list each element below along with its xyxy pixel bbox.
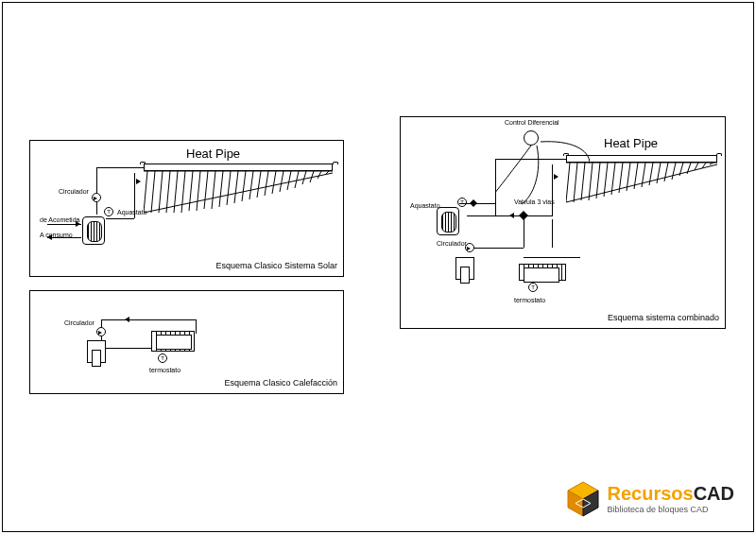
boiler-burner-icon	[92, 350, 101, 367]
radiator-icon	[519, 264, 566, 281]
label-de-acometida: de Acometida	[40, 216, 79, 223]
label-termostato: termostato	[149, 367, 180, 373]
svg-line-13	[234, 171, 238, 203]
pipe	[552, 164, 553, 216]
tank-icon	[437, 207, 459, 235]
pipe	[106, 218, 134, 219]
heatpipe-title: Heat Pipe	[186, 146, 240, 161]
boiler-burner-icon	[460, 267, 470, 284]
pipe	[524, 219, 524, 248]
drawing-frame: Heat Pipe T	[2, 2, 754, 532]
pipe	[552, 219, 553, 248]
svg-line-39	[649, 163, 653, 185]
svg-line-8	[197, 171, 200, 211]
logo-cube-icon	[564, 480, 602, 518]
pump-icon	[92, 193, 101, 202]
svg-line-29	[574, 163, 577, 202]
svg-line-12	[227, 171, 231, 205]
pump-icon	[96, 327, 106, 336]
svg-line-22	[302, 171, 306, 184]
collector-outlet-cap	[333, 162, 338, 164]
label-control-diferencial: Control Diferencial	[505, 119, 559, 126]
svg-line-28	[566, 163, 570, 202]
svg-line-3	[159, 171, 163, 213]
svg-line-16	[257, 171, 261, 198]
collector	[144, 164, 333, 211]
pipe	[469, 248, 524, 249]
svg-line-40	[657, 163, 661, 183]
svg-line-42	[672, 163, 676, 180]
panel-title: Esquema Clasico Calefacción	[224, 378, 337, 388]
logo-text: RecursosCAD	[608, 484, 735, 503]
pipe	[196, 319, 197, 334]
svg-line-2	[151, 171, 155, 213]
svg-line-14	[242, 171, 246, 201]
radiator-icon	[151, 331, 195, 352]
collector-cap	[716, 153, 722, 156]
pipe	[495, 159, 496, 215]
svg-line-26	[144, 173, 333, 213]
svg-line-18	[272, 171, 276, 194]
svg-line-33	[604, 163, 608, 197]
label-termostato: termostato	[514, 297, 545, 303]
panel-sistema-solar: Heat Pipe T	[29, 140, 344, 277]
heatpipe-title: Heat Pipe	[604, 136, 658, 150]
pipe	[96, 167, 97, 215]
label-circulador: Circulador	[437, 240, 467, 247]
svg-line-24	[318, 171, 321, 179]
svg-line-31	[589, 163, 593, 200]
pipe	[106, 348, 151, 349]
collector	[566, 155, 717, 202]
flow-arrow-icon	[554, 174, 558, 180]
panel-title: Esquema Clasico Sistema Solar	[215, 261, 337, 270]
tank-icon	[82, 216, 105, 245]
svg-line-1	[144, 171, 147, 213]
svg-line-21	[295, 171, 299, 188]
sensor-aquastato: T	[104, 207, 113, 216]
label-aquastato: Aquastato	[117, 209, 147, 215]
label-valvula-3-vias: Valvula 3 vias	[514, 198, 555, 205]
svg-line-41	[664, 163, 668, 181]
collector-cap	[563, 153, 569, 156]
svg-line-20	[287, 171, 291, 190]
panel-combinado: Heat Pipe Control Diferencial	[400, 116, 726, 329]
panel-calefaccion: T Circulador termostato Esquema Clasico …	[29, 290, 344, 394]
logo-tagline: Biblioteca de bloques CAD	[608, 505, 735, 514]
sensor-termostato: T	[528, 283, 538, 292]
svg-line-15	[249, 171, 253, 199]
pipe	[96, 167, 144, 168]
svg-line-6	[181, 171, 185, 213]
pipe	[524, 257, 580, 258]
panel-title: Esquema sistema combinado	[608, 313, 719, 322]
label-aquastato: Aquastato	[410, 202, 440, 209]
svg-line-19	[280, 171, 284, 192]
pipe	[101, 319, 196, 320]
flow-arrow-icon	[125, 317, 129, 322]
label-a-consumo: A consumo	[40, 232, 73, 238]
svg-line-48	[566, 164, 717, 202]
svg-line-7	[189, 171, 193, 211]
svg-line-30	[581, 163, 585, 200]
svg-line-10	[212, 171, 215, 209]
svg-line-32	[596, 163, 600, 198]
logo-recursoscad: RecursosCAD Biblioteca de bloques CAD	[564, 480, 735, 518]
flow-arrow-icon	[509, 213, 514, 218]
svg-line-4	[166, 171, 170, 213]
label-circulador: Circulador	[64, 319, 94, 326]
sensor-termostato: T	[158, 353, 167, 363]
flow-arrow-icon	[136, 179, 141, 184]
collector-inlet-cap	[140, 162, 146, 164]
svg-line-11	[219, 171, 223, 207]
pipe	[459, 203, 495, 204]
svg-line-9	[204, 171, 208, 209]
svg-line-17	[265, 171, 268, 196]
pipe	[495, 159, 566, 160]
label-circulador: Circulador	[59, 188, 89, 195]
pipe	[151, 343, 152, 349]
sensor-aquastato: T	[457, 198, 467, 207]
